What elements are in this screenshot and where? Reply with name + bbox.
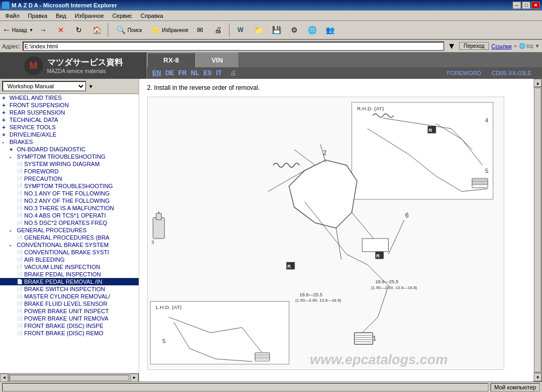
- tree-item[interactable]: 📄NO.2 ANY OF THE FOLLOWING: [0, 197, 139, 204]
- tree-item[interactable]: 📄GENERAL PROCEDURES (BRA: [0, 234, 139, 241]
- svg-text:18.6—25.5: 18.6—25.5: [299, 292, 322, 297]
- tree-item[interactable]: 📄MASTER CYLINDER REMOVAL/: [0, 293, 139, 300]
- tree-expand-icon: -: [9, 227, 16, 233]
- search-button[interactable]: 🔍 Поиск: [111, 23, 148, 37]
- tree-item[interactable]: 📄SYSTEM WIRING DIAGRAM: [0, 160, 139, 168]
- close-button[interactable]: ✕: [531, 2, 540, 9]
- refresh-button[interactable]: ↻: [70, 23, 87, 37]
- tree-item[interactable]: 📄BRAKE FLUID LEVEL SENSOR: [0, 300, 139, 307]
- tree-item[interactable]: 📄NO.4 ABS OR TCS*1 OPERATI: [0, 212, 139, 219]
- sidebar-dd-arrow[interactable]: ▼: [88, 84, 93, 89]
- app-header: M マツダサービス資料 MAZDA service materials RX-8…: [0, 53, 542, 79]
- folder-button[interactable]: 📁: [250, 23, 267, 37]
- tree-item[interactable]: +REAR SUSPENSION: [0, 109, 139, 116]
- tree-file-icon: 📄: [17, 301, 23, 306]
- menu-favorites[interactable]: Избранное: [70, 12, 108, 20]
- sidebar-dropdown[interactable]: Workshop Manual: [2, 81, 86, 91]
- tree-item[interactable]: 📄BRAKE PEDAL REMOVAL /IN: [0, 278, 139, 285]
- lang-es[interactable]: ES: [203, 69, 212, 77]
- tree-item[interactable]: 📄BRAKE PEDAL INSPECTION: [0, 271, 139, 278]
- minimize-button[interactable]: ─: [513, 2, 521, 9]
- title-text: M A Z D A - Microsoft Internet Explorer: [12, 2, 117, 8]
- tree-expand-icon: +: [2, 95, 8, 101]
- tab-vin[interactable]: VIN: [195, 53, 239, 67]
- lang-en[interactable]: EN: [152, 69, 161, 77]
- folder2-button[interactable]: 💾: [268, 23, 285, 37]
- tree-item[interactable]: 📄AIR BLEEDING: [0, 256, 139, 263]
- tree-item-label: BRAKE PEDAL REMOVAL /IN: [24, 278, 102, 285]
- tree-item[interactable]: +SERVICE TOOLS: [0, 123, 139, 131]
- scroll-down-btn[interactable]: ▼: [534, 373, 542, 381]
- forward-button[interactable]: →: [35, 23, 51, 37]
- tree-item[interactable]: 📄POWER BRAKE UNIT REMOVA: [0, 315, 139, 322]
- tree-file-icon: 📄: [17, 198, 23, 203]
- print-icon[interactable]: 🖨: [230, 69, 236, 77]
- mail-button[interactable]: ✉: [192, 23, 209, 37]
- scroll-thumb[interactable]: [534, 88, 541, 373]
- menu-tools[interactable]: Сервис: [108, 12, 137, 20]
- links-label[interactable]: Ссылки: [491, 43, 512, 49]
- svg-rect-20: [156, 213, 161, 220]
- maximize-button[interactable]: □: [522, 2, 530, 9]
- tree-item[interactable]: 📄FRONT BRAKE (DISC) REMO: [0, 329, 139, 337]
- menu-file[interactable]: Файл: [1, 12, 24, 20]
- cd-code-link[interactable]: CD05-XX-03LE: [492, 70, 531, 76]
- address-dropdown-icon[interactable]: ▼: [447, 42, 456, 51]
- lang-nl[interactable]: NL: [191, 69, 199, 77]
- lang-it[interactable]: IT: [216, 69, 222, 77]
- go-button[interactable]: Переход: [459, 42, 489, 50]
- tree-item[interactable]: +DRIVELINE/AXLE: [0, 131, 139, 138]
- tree-item[interactable]: 📄BRAKE SWITCH INSPECTION: [0, 285, 139, 293]
- tree-item[interactable]: 📄NO.3 THERE IS A MALFUNCTION: [0, 204, 139, 212]
- tree-item[interactable]: -CONVENTIONAL BRAKE SYSTEM: [0, 241, 139, 249]
- lang-fr[interactable]: FR: [178, 69, 186, 77]
- stop-button[interactable]: ✕: [53, 23, 69, 37]
- svg-rect-45: [255, 353, 270, 361]
- tree-item-label: POWER BRAKE UNIT INSPECT: [24, 308, 109, 314]
- word-button[interactable]: W: [232, 23, 249, 37]
- lang-de[interactable]: DE: [165, 69, 174, 77]
- hscroll-left[interactable]: ◄: [0, 374, 8, 382]
- menu-help[interactable]: Справка: [137, 12, 168, 20]
- tree-item[interactable]: +ON-BOARD DIAGNOSTIC: [0, 146, 139, 153]
- app-icon: 🌐: [2, 2, 9, 9]
- tree-file-icon: 📄: [17, 331, 23, 336]
- network-button[interactable]: 🌐: [304, 23, 320, 37]
- tree-item[interactable]: 📄POWER BRAKE UNIT INSPECT: [0, 307, 139, 315]
- nav-right-links: FOREWORD CD05-XX-03LE: [447, 70, 537, 76]
- tab-rx8[interactable]: RX-8: [147, 53, 195, 67]
- tree-item[interactable]: -GENERAL PROCEDURES: [0, 226, 139, 234]
- tree-item[interactable]: +WHEEL AND TIRES: [0, 94, 139, 101]
- tree-item-label: PRECAUTION: [24, 176, 62, 182]
- tree-item[interactable]: 📄FRONT BRAKE (DISC) INSPE: [0, 322, 139, 329]
- tree-item[interactable]: 📄SYMPTOM TROUBLESHOOTING: [0, 182, 139, 190]
- tree-item-label: DRIVELINE/AXLE: [9, 131, 56, 138]
- users-button[interactable]: 👥: [321, 23, 338, 37]
- print-button[interactable]: 🖨: [210, 23, 226, 37]
- menu-view[interactable]: Вид: [51, 12, 70, 20]
- svg-text:{1.90—2.60, 13.8—18.8}: {1.90—2.60, 13.8—18.8}: [371, 285, 418, 290]
- favorites-button[interactable]: ⭐ Избранное: [149, 23, 191, 37]
- hscroll-right[interactable]: ►: [130, 374, 139, 382]
- back-button[interactable]: ← Назад ▼: [2, 23, 34, 37]
- tree-item[interactable]: 📄VACUUM LINE INSPECTION: [0, 263, 139, 271]
- home-button[interactable]: 🏠: [88, 23, 105, 37]
- tree-item[interactable]: 📄NO.5 DSC*2 OPERATES FREQ: [0, 219, 139, 226]
- scroll-up-btn[interactable]: ▲: [534, 79, 542, 87]
- main-content-area: 2. Install in the reverse order of remov…: [139, 79, 534, 381]
- tree-item[interactable]: 📄CONVENTIONAL BRAKE SYSTI: [0, 249, 139, 256]
- tree-item[interactable]: 📄NO.1 ANY OF THE FOLLOWING: [0, 190, 139, 197]
- foreword-link[interactable]: FOREWORD: [447, 70, 481, 76]
- tree-item[interactable]: -SYMPTOM TROUBLESHOOTING: [0, 153, 139, 160]
- address-input[interactable]: [23, 42, 444, 51]
- menu-edit[interactable]: Правка: [24, 12, 51, 20]
- tree-item[interactable]: -BRAKES: [0, 138, 139, 146]
- links-chevron[interactable]: »: [514, 43, 517, 49]
- tree-item[interactable]: 📄PRECAUTION: [0, 175, 139, 182]
- settings-button[interactable]: ⚙: [286, 23, 303, 37]
- tree-item[interactable]: +FRONT SUSPENSION: [0, 101, 139, 109]
- tree-file-icon: 📄: [17, 264, 23, 270]
- tree-item[interactable]: +TECHNICAL DATA: [0, 116, 139, 123]
- tree-item[interactable]: 📄FOREWORD: [0, 168, 139, 175]
- tree-item-label: SYMPTOM TROUBLESHOOTING: [24, 183, 113, 189]
